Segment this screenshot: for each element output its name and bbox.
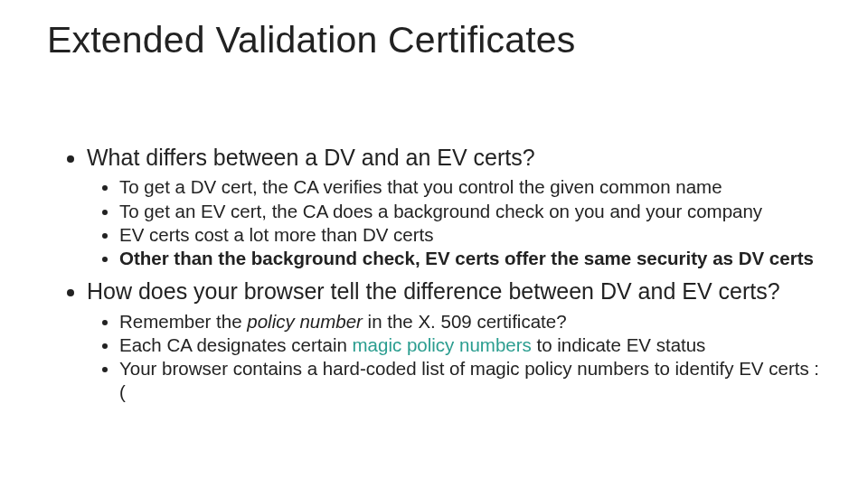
list-item-text: Remember the xyxy=(119,311,247,332)
list-item-text: To get an EV cert, the CA does a backgro… xyxy=(119,201,762,221)
bullet-list-level1: What differs between a DV and an EV cert… xyxy=(69,144,821,404)
list-item-text: in the X. 509 certificate? xyxy=(363,311,567,332)
slide-title: Extended Validation Certificates xyxy=(47,20,821,61)
list-item-text: Your browser contains a hard-coded list … xyxy=(119,358,819,402)
list-item: Remember the policy number in the X. 509… xyxy=(119,310,821,333)
list-item-text: To get a DV cert, the CA verifies that y… xyxy=(119,176,722,197)
list-item-text: Other than the background check, EV cert… xyxy=(119,248,814,268)
list-item-text: to indicate EV status xyxy=(532,334,706,355)
list-item: EV certs cost a lot more than DV certs xyxy=(119,223,821,247)
list-item-text: What differs between a DV and an EV cert… xyxy=(87,145,535,170)
list-item: What differs between a DV and an EV cert… xyxy=(87,144,821,270)
list-item-text: EV certs cost a lot more than DV certs xyxy=(119,224,434,245)
list-item: Other than the background check, EV cert… xyxy=(119,247,821,270)
list-item: Your browser contains a hard-coded list … xyxy=(119,357,821,404)
list-item-text: How does your browser tell the differenc… xyxy=(87,278,780,304)
list-item: To get an EV cert, the CA does a backgro… xyxy=(119,200,821,223)
magic-policy-numbers-highlight: magic policy numbers xyxy=(353,334,532,355)
policy-number-emphasis: policy number xyxy=(247,311,363,332)
bullet-list-level2: Remember the policy number in the X. 509… xyxy=(87,310,821,405)
list-item-text: Each CA designates certain xyxy=(119,334,353,355)
slide: Extended Validation Certificates What di… xyxy=(0,0,868,488)
slide-content: What differs between a DV and an EV cert… xyxy=(47,144,821,404)
bullet-list-level2: To get a DV cert, the CA verifies that y… xyxy=(87,175,821,270)
list-item: Each CA designates certain magic policy … xyxy=(119,333,821,357)
list-item: How does your browser tell the differenc… xyxy=(87,277,821,404)
list-item: To get a DV cert, the CA verifies that y… xyxy=(119,175,821,199)
